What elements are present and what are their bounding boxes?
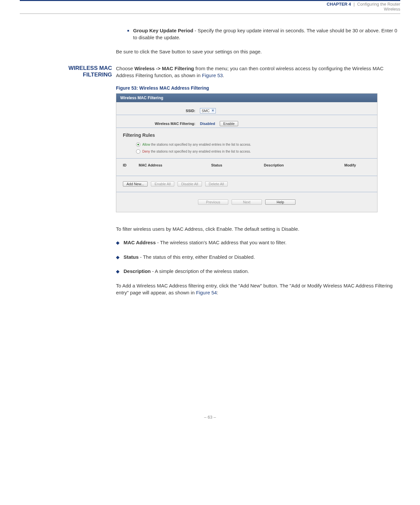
filtering-rules-heading: Filtering Rules: [116, 128, 377, 139]
radio-icon-selected: [136, 142, 140, 147]
help-button[interactable]: Help: [265, 199, 295, 205]
next-button[interactable]: Next: [232, 199, 262, 205]
allow-word: Allow: [142, 143, 150, 146]
nav-button-row: Previous Next Help: [116, 192, 377, 212]
deny-radio-row[interactable]: Deny the stations not specified by any e…: [136, 148, 371, 155]
status-bullet: ◆ Status - The status of this entry, eit…: [116, 253, 400, 261]
th-description: Description: [264, 163, 330, 167]
delete-all-button[interactable]: Delete All: [205, 181, 228, 187]
enable-all-button[interactable]: Enable All: [151, 181, 174, 187]
table-header: ID MAC Address Status Description Modify: [116, 159, 377, 176]
action-button-row: Add New... Enable All Disable All Delete…: [116, 176, 377, 192]
filtering-rules-block: Allow the stations not specified by any …: [116, 139, 377, 159]
header-subtitle: Wireless: [20, 7, 400, 12]
description-bullet: ◆ Description - A simple description of …: [116, 268, 400, 275]
mac-address-bullet: ◆ MAC Address - The wireless station's M…: [116, 239, 400, 246]
th-modify: Modify: [330, 163, 371, 167]
post-screenshot-para: To filter wireless users by MAC Address,…: [116, 225, 400, 232]
group-key-bullet: ■ Group Key Update Period - Specify the …: [127, 27, 400, 41]
diamond-bullet-icon: ◆: [116, 254, 120, 261]
closing-para: To Add a Wireless MAC Address filtering …: [116, 282, 400, 296]
disable-all-button[interactable]: Disable All: [178, 181, 202, 187]
add-new-button[interactable]: Add New...: [123, 181, 148, 187]
mac-filtering-row: Wireless MAC Filtering: Disabled Enable: [116, 115, 377, 128]
figure53-link[interactable]: Figure 53: [202, 73, 223, 78]
mac-filtering-status: Disabled: [200, 122, 215, 126]
square-bullet-icon: ■: [127, 28, 129, 41]
allow-rest: the stations not specified by any enable…: [150, 143, 251, 146]
chapter-title: Configuring the Router: [357, 2, 400, 7]
group-key-term: Group Key Update Period: [133, 28, 193, 33]
header-separator: |: [353, 2, 354, 7]
diamond-bullet-icon: ◆: [116, 268, 120, 275]
page-header: CHAPTER 4 | Configuring the Router Wirel…: [20, 0, 400, 14]
enable-button[interactable]: Enable: [220, 121, 238, 126]
ssid-select[interactable]: SMC: [200, 108, 216, 113]
figure-caption: Figure 53: Wireless MAC Address Filterin…: [116, 85, 400, 91]
section-heading: WIRELESS MAC FILTERING: [20, 65, 112, 78]
deny-rest: the stations not specified by any enable…: [150, 150, 251, 153]
radio-icon-unselected: [136, 149, 140, 154]
screenshot-container: Wireless MAC Filtering SSID: SMC Wireles…: [116, 93, 378, 212]
page-number: – 63 –: [0, 415, 420, 426]
ssid-row: SSID: SMC: [116, 102, 377, 115]
section-intro-para: Choose Wireless -> MAC Filtering from th…: [116, 65, 400, 79]
th-id: ID: [123, 163, 139, 167]
mac-filtering-label: Wireless MAC Filtering:: [123, 122, 195, 126]
th-status: Status: [211, 163, 264, 167]
diamond-bullet-icon: ◆: [116, 240, 120, 246]
chapter-label: CHAPTER 4: [327, 2, 351, 7]
deny-word: Deny: [142, 150, 150, 153]
allow-radio-row[interactable]: Allow the stations not specified by any …: [136, 141, 371, 148]
save-note: Be sure to click the Save button to save…: [116, 48, 400, 55]
figure54-link[interactable]: Figure 54: [196, 290, 217, 295]
screenshot-titlebar: Wireless MAC Filtering: [116, 94, 377, 102]
previous-button[interactable]: Previous: [198, 199, 228, 205]
th-mac: MAC Address: [139, 163, 211, 167]
ssid-label: SSID:: [123, 109, 195, 113]
